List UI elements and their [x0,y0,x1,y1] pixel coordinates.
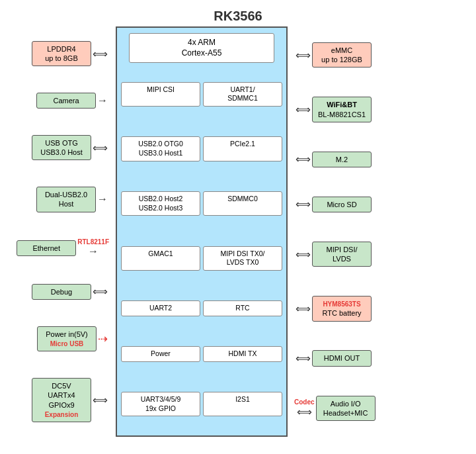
arrow-mipi-dsi: ⟺ [296,248,311,261]
arrow-m2: ⟺ [296,153,311,165]
arrow-audio: ⟺ [297,406,312,418]
right-item-emmc: ⟺ eMMCup to 128GB [294,42,397,68]
left-item-power: Power in(5V)Micro USB ⇢ [7,326,109,352]
center-row-1: MIPI CSI UART1/SDMMC1 [121,82,282,107]
left-item-lpddr4: LPDDR4up to 8GB ⟺ [7,41,109,67]
expansion-label: Expansion [45,411,79,418]
mipi-dsi-tx0-box: MIPI DSI TX0/LVDS TX0 [203,246,282,271]
arrow-debug: ⟺ [93,285,108,298]
ethernet-box: Ethernet [17,240,76,256]
right-item-rtc-battery: ⟺ HYM8563TSRTC battery [294,296,397,322]
chip-title: RK3566 [7,9,469,24]
power-in-box: Power in(5V)Micro USB [37,326,97,352]
uart2-box: UART2 [121,300,200,316]
arrow-expansion: ⟺ [93,394,108,406]
expansion-box: DC5VUARTx4GPIOx9Expansion [32,378,91,422]
center-row-5: UART2 RTC [121,300,282,316]
left-item-camera: Camera → [7,93,109,109]
sdmmc0-box: SDMMC0 [203,191,282,216]
right-item-hdmi-out: ⟺ HDMI OUT [294,350,397,366]
center-row-3: USB2.0 Host2USB2.0 Host3 SDMMC0 [121,191,282,216]
arrow-wifi: ⟺ [296,103,311,116]
arrow-emmc: ⟺ [296,49,311,62]
arrow-usb-otg: ⟺ [93,142,108,154]
left-item-ethernet: Ethernet RTL8211F → [7,238,109,257]
m2-box: M.2 [312,152,372,167]
left-item-dual-usb: Dual-USB2.0Host → [7,187,109,212]
hdmi-tx-box: HDMI TX [203,346,282,362]
right-item-mipi-dsi: ⟺ MIPI DSI/LVDS [294,242,397,267]
arm-box: 4x ARMCortex-A55 [129,33,274,63]
diagram-container: RK3566 LPDDR4up to 8GB ⟺ Camera → USB OT… [7,9,469,445]
pcie21-box: PCIe2.1 [203,136,282,161]
usb20-otg0-box: USB2.0 OTG0USB3.0 Host1 [121,136,200,161]
right-item-wifi: ⟺ WiFi&BTBL-M8821CS1 [294,97,397,122]
mipi-dsi-box: MIPI DSI/LVDS [312,242,372,267]
center-row-6: Power HDMI TX [121,346,282,362]
arrow-microsd: ⟺ [296,198,311,210]
arrow-dual-usb: → [97,193,108,205]
arrow-hdmi-out: ⟺ [296,352,311,365]
mipi-csi-box: MIPI CSI [121,82,200,107]
power-box: Power [121,346,200,362]
arrow-camera: → [97,95,108,107]
usb20-host23-box: USB2.0 Host2USB2.0 Host3 [121,191,200,216]
emmc-box: eMMCup to 128GB [312,42,372,68]
gmac1-box: GMAC1 [121,246,200,271]
i2s1-box: I2S1 [203,392,282,416]
arrow-rtc-battery: ⟺ [296,302,311,315]
debug-box: Debug [32,284,91,300]
left-item-expansion: DC5VUARTx4GPIOx9Expansion ⟺ [7,378,109,422]
center-row-2: USB2.0 OTG0USB3.0 Host1 PCIe2.1 [121,136,282,161]
uart1-box: UART1/SDMMC1 [203,82,282,107]
left-item-usb-otg: USB OTGUSB3.0 Host ⟺ [7,135,109,161]
usb-otg-box: USB OTGUSB3.0 Host [32,135,91,161]
right-item-microsd: ⟺ Micro SD [294,197,397,212]
uart-gpio-box: UART3/4/5/919x GPIO [121,392,200,416]
dual-usb-box: Dual-USB2.0Host [36,187,96,212]
micro-usb-label: Micro USB [50,340,84,347]
rtc-box: RTC [203,300,282,316]
center-inner: MIPI CSI UART1/SDMMC1 USB2.0 OTG0USB3.0 … [117,66,286,433]
hdmi-out-box: HDMI OUT [312,350,372,366]
right-item-m2: ⟺ M.2 [294,152,397,167]
center-block: 4x ARMCortex-A55 MIPI CSI UART1/SDMMC1 U… [116,26,288,437]
codec-label: Codec [294,398,315,406]
rtc-battery-box: HYM8563TSRTC battery [312,296,372,322]
center-row-4: GMAC1 MIPI DSI TX0/LVDS TX0 [121,246,282,271]
camera-box: Camera [36,93,96,109]
rtl-label: RTL8211F [77,238,109,246]
center-row-7: UART3/4/5/919x GPIO I2S1 [121,392,282,416]
wifi-box: WiFi&BTBL-M8821CS1 [312,97,372,122]
left-item-debug: Debug ⟺ [7,284,109,300]
arrow-lpddr4: ⟺ [93,48,108,60]
hym-label: HYM8563TS [323,300,360,308]
main-layout: LPDDR4up to 8GB ⟺ Camera → USB OTGUSB3.0… [7,26,469,437]
left-column: LPDDR4up to 8GB ⟺ Camera → USB OTGUSB3.0… [7,26,109,437]
audio-box: Audio I/OHeadset+MIC [316,396,376,422]
arrow-power: ⇢ [98,332,108,346]
arrow-ethernet: → [88,246,99,257]
right-column: ⟺ eMMCup to 128GB ⟺ WiFi&BTBL-M8821CS1 ⟺… [294,26,397,437]
microsd-box: Micro SD [312,197,372,212]
right-item-audio: Codec ⟺ Audio I/OHeadset+MIC [294,396,397,422]
lpddr4-box: LPDDR4up to 8GB [32,41,91,67]
